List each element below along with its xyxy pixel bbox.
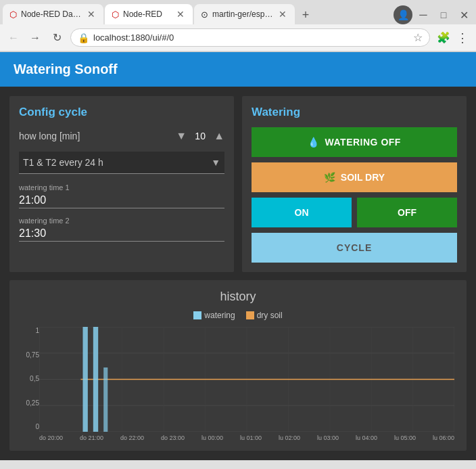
browser-chrome: ⬡ Node-RED Dashbo... ✕ ⬡ Node-RED ✕ ⊙ ma… xyxy=(0,0,476,52)
x-label-1: do 21:00 xyxy=(80,434,103,441)
chart-svg xyxy=(39,327,454,432)
tab-nodered-dashboard[interactable]: ⬡ Node-RED Dashbo... ✕ xyxy=(3,4,103,24)
watering-off-button[interactable]: 💧 WATERING OFF xyxy=(252,127,457,157)
schedule-label: T1 & T2 every 24 h xyxy=(23,157,211,168)
legend-dry-soil-label: dry soil xyxy=(257,311,283,320)
tab-github[interactable]: ⊙ martin-ger/esp_mq... ✕ xyxy=(194,4,295,24)
legend-dry-soil-box xyxy=(246,311,254,319)
watering-time-1-label: watering time 1 xyxy=(19,183,224,192)
off-button[interactable]: OFF xyxy=(357,198,457,227)
on-button[interactable]: ON xyxy=(252,198,352,227)
soil-dry-button[interactable]: 🌿 SOIL DRY xyxy=(252,162,457,192)
watering-title: Watering xyxy=(252,106,457,119)
top-panels: Config cycle how long [min] ▼ 10 ▲ T1 & … xyxy=(9,96,467,272)
address-text: localhost:1880/ui/#/0 xyxy=(93,32,174,43)
x-label-5: lu 01:00 xyxy=(240,434,262,441)
cycle-label: CYCLE xyxy=(337,242,372,253)
back-button[interactable]: ← xyxy=(5,30,22,46)
schedule-dropdown[interactable]: T1 & T2 every 24 h ▼ xyxy=(19,152,224,174)
tab-bar: ⬡ Node-RED Dashbo... ✕ ⬡ Node-RED ✕ ⊙ ma… xyxy=(0,0,476,24)
minimize-button[interactable]: ─ xyxy=(414,5,433,24)
watering-time-2-label: watering time 2 xyxy=(19,217,224,225)
history-panel: history watering dry soil 1 0,75 0,5 0,2… xyxy=(9,280,467,451)
more-button[interactable]: ⋮ xyxy=(454,30,471,46)
nodered-icon-2: ⬡ xyxy=(112,9,119,20)
bookmark-star-icon[interactable]: ☆ xyxy=(413,31,423,44)
duration-value: 10 xyxy=(192,131,208,141)
x-label-9: lu 05:00 xyxy=(394,434,416,441)
duration-controls: ▼ 10 ▲ xyxy=(176,130,224,142)
tab-3-label: martin-ger/esp_mq... xyxy=(212,9,273,19)
x-label-3: do 23:00 xyxy=(161,434,185,441)
legend-watering-box xyxy=(193,311,201,319)
watering-off-label: WATERING OFF xyxy=(325,137,401,148)
legend-watering: watering xyxy=(193,311,235,320)
app-header: Watering Sonoff xyxy=(0,52,476,87)
x-label-10: lu 06:00 xyxy=(433,434,454,441)
y-label-025: 0,25 xyxy=(26,399,39,407)
watering-time-1-value[interactable]: 21:00 xyxy=(19,193,224,208)
tab-3-close[interactable]: ✕ xyxy=(277,9,288,20)
config-title: Config cycle xyxy=(19,106,224,119)
tab-2-close[interactable]: ✕ xyxy=(175,9,186,20)
watering-time-2-group: watering time 2 21:30 xyxy=(19,217,224,242)
x-label-7: lu 03:00 xyxy=(317,434,339,441)
watering-time-2-value[interactable]: 21:30 xyxy=(19,226,224,242)
forward-button[interactable]: → xyxy=(27,30,43,46)
config-panel: Config cycle how long [min] ▼ 10 ▲ T1 & … xyxy=(9,96,234,272)
nav-bar: ← → ↻ 🔒 localhost:1880/ui/#/0 ☆ 🧩 ⋮ xyxy=(0,24,476,51)
extensions-button[interactable]: 🧩 xyxy=(435,30,452,46)
watering-time-1-group: watering time 1 21:00 xyxy=(19,183,224,208)
nodered-icon-1: ⬡ xyxy=(9,9,17,20)
x-label-0: do 20:00 xyxy=(39,434,63,441)
off-label: OFF xyxy=(398,207,416,218)
tab-1-label: Node-RED Dashbo... xyxy=(21,9,82,19)
plant-icon: 🌿 xyxy=(324,172,335,183)
chart-legend: watering dry soil xyxy=(19,311,457,320)
on-label: ON xyxy=(295,207,309,218)
schedule-dropdown-arrow-icon: ▼ xyxy=(211,157,220,168)
legend-watering-label: watering xyxy=(204,311,235,320)
y-label-075: 0,75 xyxy=(26,351,39,359)
duration-increment-button[interactable]: ▲ xyxy=(214,130,224,142)
history-title: history xyxy=(19,290,457,304)
y-label-05: 0,5 xyxy=(30,375,39,382)
duration-label: how long [min] xyxy=(19,131,176,141)
watering-panel: Watering 💧 WATERING OFF 🌿 SOIL DRY ON OF… xyxy=(242,96,467,272)
svg-rect-17 xyxy=(82,327,87,432)
maximize-button[interactable]: □ xyxy=(434,5,453,24)
tab-1-close[interactable]: ✕ xyxy=(86,9,97,20)
cycle-button[interactable]: CYCLE xyxy=(252,233,457,263)
legend-dry-soil: dry soil xyxy=(246,311,283,320)
x-label-4: lu 00:00 xyxy=(201,434,223,441)
close-window-button[interactable]: ✕ xyxy=(454,5,473,24)
user-avatar[interactable]: 👤 xyxy=(394,5,412,24)
on-off-row: ON OFF xyxy=(252,198,457,227)
x-label-6: lu 02:00 xyxy=(279,434,300,441)
svg-rect-18 xyxy=(93,327,98,432)
duration-decrement-button[interactable]: ▼ xyxy=(176,130,187,142)
address-bar[interactable]: 🔒 localhost:1880/ui/#/0 ☆ xyxy=(70,28,430,47)
github-icon: ⊙ xyxy=(201,9,208,20)
svg-rect-19 xyxy=(103,367,108,432)
lock-icon: 🔒 xyxy=(78,32,89,43)
tab-nodered[interactable]: ⬡ Node-RED ✕ xyxy=(105,4,193,24)
app-title: Watering Sonoff xyxy=(14,62,118,76)
app-body: Config cycle how long [min] ▼ 10 ▲ T1 & … xyxy=(0,87,476,460)
new-tab-button[interactable]: + xyxy=(296,5,315,24)
tab-2-label: Node-RED xyxy=(123,9,162,19)
soil-dry-label: SOIL DRY xyxy=(341,172,385,183)
x-label-8: lu 04:00 xyxy=(356,434,377,441)
refresh-button[interactable]: ↻ xyxy=(49,30,65,46)
water-drop-icon: 💧 xyxy=(308,137,320,148)
x-label-2: do 22:00 xyxy=(120,434,144,441)
nav-right-controls: 🧩 ⋮ xyxy=(435,30,471,46)
duration-row: how long [min] ▼ 10 ▲ xyxy=(19,130,224,142)
